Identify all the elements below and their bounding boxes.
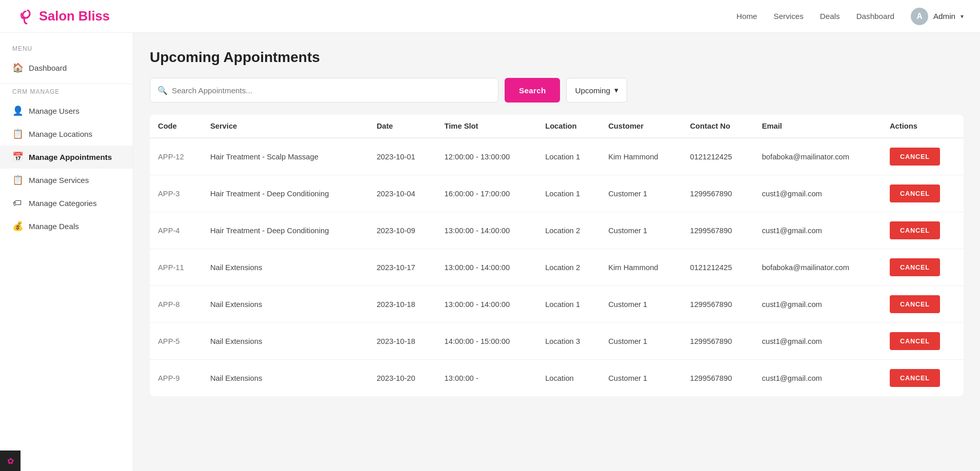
deals-icon: 💰 [12, 221, 23, 232]
main-content: Upcoming Appointments 🔍 Search Upcoming … [133, 33, 980, 471]
filter-label: Upcoming [575, 86, 610, 95]
cell-code: APP-4 [150, 212, 202, 249]
cell-timeslot: 13:00:00 - 14:00:00 [436, 249, 537, 286]
categories-icon: 🏷 [12, 198, 23, 209]
col-actions: Actions [882, 115, 964, 138]
cell-actions: CANCEL [882, 138, 964, 175]
cell-location: Location 2 [537, 212, 600, 249]
table-row: APP-8 Nail Extensions 2023-10-18 13:00:0… [150, 286, 964, 323]
cell-email: bofaboka@mailinator.com [754, 249, 882, 286]
cell-customer: Kim Hammond [600, 249, 682, 286]
sidebar-item-manage-users[interactable]: 👤 Manage Users [0, 99, 133, 122]
sidebar-item-label: Manage Locations [29, 130, 92, 138]
cell-code: APP-3 [150, 175, 202, 212]
topnav: Salon Bliss Home Services Deals Dashboar… [0, 0, 980, 33]
sidebar-item-label: Manage Deals [29, 222, 79, 231]
cell-actions: CANCEL [882, 249, 964, 286]
filter-dropdown[interactable]: Upcoming ▾ [566, 78, 627, 103]
home-icon: 🏠 [12, 63, 23, 73]
cell-timeslot: 13:00:00 - [436, 360, 537, 397]
cell-email: bofaboka@mailinator.com [754, 138, 882, 175]
search-bar: 🔍 Search Upcoming ▾ [150, 78, 964, 103]
table-row: APP-12 Hair Treatment - Scalp Massage 20… [150, 138, 964, 175]
cell-service: Nail Extensions [202, 286, 369, 323]
cell-customer: Kim Hammond [600, 138, 682, 175]
sidebar-item-manage-services[interactable]: 📋 Manage Services [0, 169, 133, 192]
cell-email: cust1@gmail.com [754, 360, 882, 397]
cancel-button[interactable]: CANCEL [890, 369, 940, 387]
sidebar-item-manage-categories[interactable]: 🏷 Manage Categories [0, 192, 133, 215]
table-row: APP-9 Nail Extensions 2023-10-20 13:00:0… [150, 360, 964, 397]
crm-label: CRM Manage [0, 88, 133, 99]
sidebar-item-manage-locations[interactable]: 📋 Manage Locations [0, 122, 133, 146]
cell-customer: Customer 1 [600, 175, 682, 212]
cell-date: 2023-10-18 [368, 286, 436, 323]
cell-email: cust1@gmail.com [754, 212, 882, 249]
cancel-button[interactable]: CANCEL [890, 258, 940, 276]
sidebar-item-label: Dashboard [29, 64, 67, 72]
cell-actions: CANCEL [882, 360, 964, 397]
logo-icon [16, 7, 35, 26]
cancel-button[interactable]: CANCEL [890, 185, 940, 202]
cell-contact: 0121212425 [682, 138, 753, 175]
cell-service: Hair Treatment - Deep Conditioning [202, 212, 369, 249]
search-button[interactable]: Search [505, 78, 560, 103]
cell-email: cust1@gmail.com [754, 175, 882, 212]
cell-timeslot: 16:00:00 - 17:00:00 [436, 175, 537, 212]
sidebar: Menu 🏠 Dashboard CRM Manage 👤 Manage Use… [0, 33, 133, 471]
cell-timeslot: 13:00:00 - 14:00:00 [436, 286, 537, 323]
cell-timeslot: 13:00:00 - 14:00:00 [436, 212, 537, 249]
nav-deals[interactable]: Deals [820, 12, 840, 21]
col-location: Location [537, 115, 600, 138]
cell-date: 2023-10-09 [368, 212, 436, 249]
location-icon: 📋 [12, 129, 23, 139]
nav-services[interactable]: Services [774, 12, 804, 21]
nav-home[interactable]: Home [736, 12, 757, 21]
nav-dashboard[interactable]: Dashboard [856, 12, 894, 21]
username: Admin [933, 12, 955, 21]
search-input[interactable] [172, 86, 491, 95]
sidebar-item-manage-appointments[interactable]: 📅 Manage Appointments [0, 146, 133, 169]
cell-contact: 1299567890 [682, 360, 753, 397]
sidebar-divider [0, 84, 133, 84]
cell-contact: 1299567890 [682, 323, 753, 360]
table-row: APP-3 Hair Treatment - Deep Conditioning… [150, 175, 964, 212]
cell-date: 2023-10-18 [368, 323, 436, 360]
cell-timeslot: 14:00:00 - 15:00:00 [436, 323, 537, 360]
table-row: APP-5 Nail Extensions 2023-10-18 14:00:0… [150, 323, 964, 360]
appointments-table-wrap: Code Service Date Time Slot Location Cus… [150, 115, 964, 396]
cancel-button[interactable]: CANCEL [890, 148, 940, 166]
cell-timeslot: 12:00:00 - 13:00:00 [436, 138, 537, 175]
cancel-button[interactable]: CANCEL [890, 295, 940, 313]
cell-code: APP-11 [150, 249, 202, 286]
sidebar-item-label: Manage Services [29, 176, 89, 185]
cell-location: Location 1 [537, 175, 600, 212]
sidebar-item-label: Manage Users [29, 107, 79, 115]
bottom-logo: ✿ [0, 450, 21, 471]
cell-actions: CANCEL [882, 323, 964, 360]
services-icon: 📋 [12, 175, 23, 186]
cell-actions: CANCEL [882, 286, 964, 323]
cell-location: Location [537, 360, 600, 397]
logo[interactable]: Salon Bliss [16, 7, 110, 26]
brand-name: Salon Bliss [39, 9, 110, 24]
user-menu[interactable]: A Admin ▾ [911, 8, 964, 25]
cancel-button[interactable]: CANCEL [890, 332, 940, 350]
sidebar-item-dashboard[interactable]: 🏠 Dashboard [0, 56, 133, 79]
cell-location: Location 1 [537, 138, 600, 175]
search-input-wrap: 🔍 [150, 78, 498, 103]
sidebar-item-manage-deals[interactable]: 💰 Manage Deals [0, 215, 133, 238]
cell-customer: Customer 1 [600, 212, 682, 249]
col-timeslot: Time Slot [436, 115, 537, 138]
cell-customer: Customer 1 [600, 360, 682, 397]
cell-contact: 1299567890 [682, 175, 753, 212]
page-title: Upcoming Appointments [150, 49, 964, 66]
cell-customer: Customer 1 [600, 286, 682, 323]
cell-service: Nail Extensions [202, 249, 369, 286]
table-row: APP-11 Nail Extensions 2023-10-17 13:00:… [150, 249, 964, 286]
cell-contact: 1299567890 [682, 286, 753, 323]
cancel-button[interactable]: CANCEL [890, 221, 940, 239]
col-service: Service [202, 115, 369, 138]
col-customer: Customer [600, 115, 682, 138]
cell-date: 2023-10-17 [368, 249, 436, 286]
